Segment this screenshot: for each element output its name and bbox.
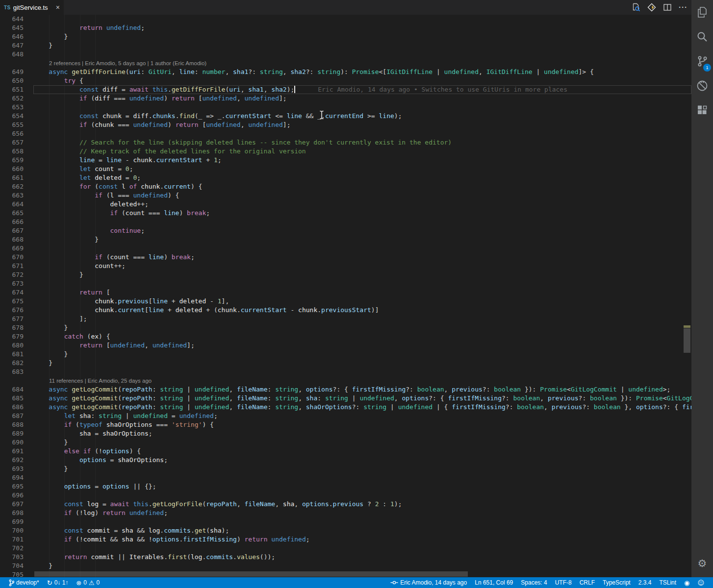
line-number[interactable]: 688 — [0, 420, 24, 429]
line-number[interactable]: 698 — [0, 509, 24, 517]
code-line[interactable]: 669 — [0, 244, 691, 253]
code-text[interactable] — [33, 279, 691, 288]
code-line[interactable]: 686 async getLogCommit(repoPath: string … — [0, 403, 691, 412]
line-number[interactable]: 671 — [0, 262, 24, 270]
code-text[interactable] — [33, 244, 691, 253]
code-text[interactable]: async getDiffForLine(uri: GitUri, line: … — [33, 68, 691, 76]
line-number[interactable]: 675 — [0, 297, 24, 306]
code-line[interactable]: 645 return undefined; — [0, 24, 691, 32]
code-line[interactable]: 662 for (const l of chunk.current) { — [0, 182, 691, 191]
code-line[interactable]: 678 } — [0, 323, 691, 332]
line-number[interactable]: 668 — [0, 235, 24, 244]
code-text[interactable]: // Keep track of the deleted lines for t… — [33, 147, 691, 156]
code-line[interactable]: 702 — [0, 544, 691, 553]
line-number[interactable]: 683 — [0, 368, 24, 376]
problems-item[interactable]: ⊗ 0 ⚠ 0 — [72, 577, 103, 588]
code-text[interactable]: sha = shaOrOptions; — [33, 429, 691, 438]
code-line[interactable]: 683 — [0, 368, 691, 376]
typescript-version[interactable]: 2.3.4 — [635, 577, 656, 588]
code-text[interactable]: } — [33, 32, 691, 41]
gitlens-icon[interactable] — [647, 3, 656, 12]
line-number[interactable]: 674 — [0, 288, 24, 297]
code-line[interactable]: 680 return [undefined, undefined]; — [0, 341, 691, 350]
code-line[interactable]: 655 if (chunk === undefined) return [und… — [0, 121, 691, 129]
code-lens[interactable]: 2 references | Eric Amodio, 5 days ago |… — [0, 59, 691, 68]
code-line[interactable]: 681 } — [0, 350, 691, 359]
line-number[interactable]: 695 — [0, 482, 24, 491]
code-line[interactable]: 675 chunk.previous[line + deleted - 1], — [0, 297, 691, 306]
code-text[interactable] — [33, 218, 691, 226]
line-number[interactable]: 702 — [0, 544, 24, 553]
code-text[interactable]: if (l === undefined) { — [33, 191, 691, 200]
blame-item[interactable]: Eric Amodio, 14 days ago — [386, 577, 471, 588]
line-number[interactable]: 663 — [0, 191, 24, 200]
code-text[interactable]: line = line - chunk.currentStart + 1; — [33, 156, 691, 165]
code-line[interactable]: 677 ]; — [0, 315, 691, 323]
code-text[interactable]: async getLogCommit(repoPath: string | un… — [33, 403, 691, 412]
code-line[interactable]: 657 // Search for the line (skipping del… — [0, 138, 691, 147]
code-text[interactable]: if (!commit && sha && !options.firstIfMi… — [33, 535, 691, 544]
editor[interactable]: 644645 return undefined;646 }647 }6482 r… — [0, 15, 691, 577]
code-text[interactable]: } — [33, 438, 691, 447]
code-text[interactable]: const commit = sha && log.commits.get(sh… — [33, 526, 691, 535]
code-text[interactable]: const log = await this.getLogForFile(rep… — [33, 500, 691, 509]
code-text[interactable] — [33, 15, 691, 24]
code-line[interactable]: 682 } — [0, 359, 691, 368]
code-text[interactable]: async getLogCommit(repoPath: string | un… — [33, 385, 691, 394]
line-number[interactable]: 660 — [0, 165, 24, 173]
code-line[interactable]: 661 let deleted = 0; — [0, 173, 691, 182]
code-text[interactable] — [33, 129, 691, 138]
code-text[interactable] — [33, 491, 691, 500]
line-number[interactable]: 687 — [0, 412, 24, 420]
code-text[interactable]: return undefined; — [33, 24, 691, 32]
code-line[interactable]: 687 let sha: string | undefined = undefi… — [0, 412, 691, 420]
line-number[interactable]: 667 — [0, 226, 24, 235]
line-number[interactable]: 657 — [0, 138, 24, 147]
code-text[interactable]: chunk.previous[line + deleted - 1], — [33, 297, 691, 306]
line-number[interactable]: 665 — [0, 209, 24, 218]
code-text[interactable] — [33, 544, 691, 553]
code-line[interactable]: 691 else if (!options) { — [0, 447, 691, 456]
code-text[interactable]: } — [33, 323, 691, 332]
code-line[interactable]: 652 if (diff === undefined) return [unde… — [0, 94, 691, 103]
code-text[interactable]: } — [33, 465, 691, 473]
line-number[interactable]: 652 — [0, 94, 24, 103]
code-line[interactable]: 703 return commit || Iterables.first(log… — [0, 553, 691, 562]
code-line[interactable]: 701 if (!commit && sha && !options.first… — [0, 535, 691, 544]
code-line[interactable]: 674 return [ — [0, 288, 691, 297]
file-search-icon[interactable] — [632, 3, 640, 12]
line-number[interactable]: 690 — [0, 438, 24, 447]
line-number[interactable]: 679 — [0, 332, 24, 341]
line-number[interactable]: 670 — [0, 253, 24, 262]
code-line[interactable]: 651 const diff = await this.getDiffForFi… — [0, 85, 691, 94]
code-text[interactable]: const chunk = diff.chunks.find(_ => _.cu… — [33, 112, 691, 121]
code-line[interactable]: 697 const log = await this.getLogForFile… — [0, 500, 691, 509]
code-text[interactable]: const diff = await this.getDiffForFile(u… — [33, 85, 691, 94]
code-text[interactable]: } — [33, 41, 691, 50]
code-line[interactable]: 694 — [0, 473, 691, 482]
line-number[interactable]: 693 — [0, 465, 24, 473]
code-line[interactable]: 660 let count = 0; — [0, 165, 691, 173]
line-number[interactable]: 704 — [0, 562, 24, 570]
code-line[interactable]: 646 } — [0, 32, 691, 41]
code-text[interactable]: } — [33, 359, 691, 368]
line-number[interactable]: 654 — [0, 112, 24, 121]
line-number[interactable]: 656 — [0, 129, 24, 138]
code-text[interactable]: else if (!options) { — [33, 447, 691, 456]
code-text[interactable] — [33, 50, 691, 59]
code-text[interactable]: // Search for the line (skipping deleted… — [33, 138, 691, 147]
code-text[interactable]: catch (ex) { — [33, 332, 691, 341]
explorer-icon[interactable] — [691, 0, 713, 24]
code-line[interactable]: 676 chunk.current[line + deleted + (chun… — [0, 306, 691, 315]
code-text[interactable]: } — [33, 270, 691, 279]
code-line[interactable]: 695 options = options || {}; — [0, 482, 691, 491]
line-number[interactable]: 649 — [0, 68, 24, 76]
code-text[interactable]: deleted++; — [33, 200, 691, 209]
line-number[interactable]: 696 — [0, 491, 24, 500]
more-actions-icon[interactable]: ··· — [679, 3, 688, 12]
line-number[interactable]: 680 — [0, 341, 24, 350]
code-line[interactable]: 699 — [0, 517, 691, 526]
code-text[interactable]: for (const l of chunk.current) { — [33, 182, 691, 191]
debug-icon[interactable] — [691, 74, 713, 98]
line-number[interactable]: 691 — [0, 447, 24, 456]
